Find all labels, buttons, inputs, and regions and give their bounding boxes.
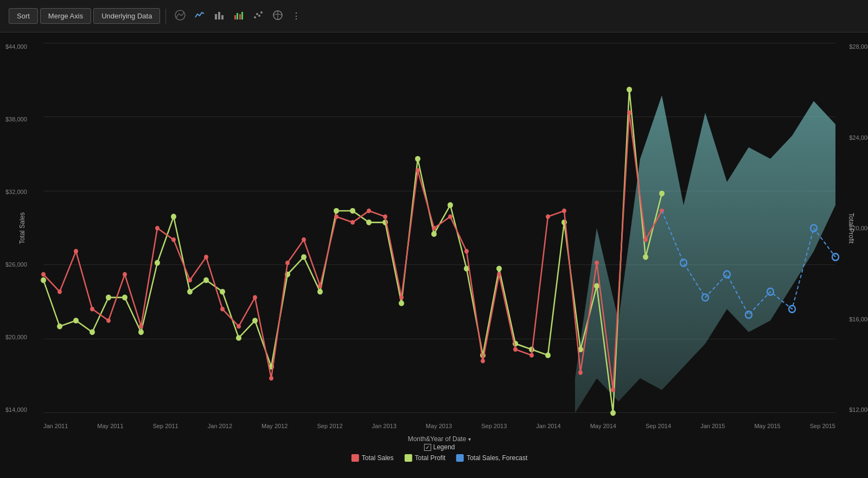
sales-dot — [237, 324, 241, 329]
sales-dot — [595, 261, 599, 266]
sales-dot — [350, 220, 355, 225]
chart-type-line-icon[interactable] — [191, 8, 208, 25]
svg-rect-5 — [237, 13, 238, 20]
profit-dot — [659, 191, 665, 197]
legend-item-profit: Total Profit — [404, 454, 445, 462]
profit-dot — [122, 295, 127, 301]
svg-rect-6 — [239, 14, 241, 20]
y-left-tick-5: $44,000 — [5, 43, 27, 50]
profit-dot — [73, 318, 79, 324]
profit-line — [43, 89, 662, 413]
sales-dot — [432, 226, 436, 231]
profit-dot — [334, 208, 339, 214]
svg-rect-4 — [234, 15, 236, 20]
profit-dot — [41, 277, 46, 283]
chart-container: Total Sales Total Profit $14,000 $20,000… — [0, 33, 868, 478]
y-axis-left: $14,000 $20,000 $26,000 $32,000 $38,000 … — [5, 43, 27, 413]
x-axis: Jan 2011 May 2011 Sep 2011 Jan 2012 May … — [43, 423, 835, 429]
x-tick-may2011: May 2011 — [97, 423, 123, 429]
y-left-tick-3: $32,000 — [5, 189, 27, 195]
sales-dot — [123, 272, 127, 277]
sales-dot — [106, 318, 111, 323]
sales-dot — [611, 387, 615, 392]
x-tick-sep2011: Sep 2011 — [153, 423, 178, 429]
x-tick-jan2013: Jan 2013 — [372, 423, 397, 429]
profit-dot — [203, 277, 209, 283]
svg-point-10 — [258, 15, 260, 17]
profit-dot — [415, 156, 420, 162]
legend-swatch-profit — [404, 454, 412, 462]
more-options-icon[interactable]: ⋮ — [289, 9, 304, 23]
sales-dot — [269, 376, 273, 381]
y-right-tick-3: $24,000 — [849, 134, 868, 141]
legend-swatch-sales — [352, 454, 359, 462]
x-tick-jan2014: Jan 2014 — [536, 423, 560, 429]
profit-dot — [594, 283, 599, 289]
svg-rect-3 — [221, 15, 224, 20]
svg-point-11 — [260, 11, 263, 14]
svg-rect-1 — [215, 14, 217, 20]
x-tick-may2013: May 2013 — [426, 423, 452, 429]
sales-dot — [285, 261, 290, 266]
sales-dot — [529, 353, 534, 358]
legend-title: ✓ Legend — [424, 443, 455, 451]
sales-dot — [546, 214, 550, 219]
legend-items: Total Sales Total Profit Total Sales, Fo… — [352, 454, 527, 462]
x-tick-sep2014: Sep 2014 — [646, 423, 671, 429]
profit-dot — [399, 300, 404, 306]
sales-dot — [367, 209, 371, 214]
sales-dot — [58, 289, 62, 294]
sales-dot — [578, 370, 583, 375]
profit-dot — [155, 260, 160, 266]
sales-dot — [220, 307, 225, 312]
sales-dot — [481, 359, 485, 364]
sales-dot — [204, 255, 208, 260]
sales-dot — [464, 249, 469, 254]
chart-area: Total Sales Total Profit $14,000 $20,000… — [43, 43, 835, 413]
profit-dot — [643, 254, 648, 260]
sales-dot — [562, 209, 566, 214]
x-tick-sep2012: Sep 2012 — [317, 423, 342, 429]
sales-dot — [513, 347, 518, 352]
profit-dot — [366, 219, 372, 225]
chart-type-scatter-icon[interactable] — [250, 8, 267, 25]
y-right-tick-2: $20,000 — [849, 225, 868, 231]
x-tick-jan2011: Jan 2011 — [43, 423, 68, 429]
sales-dot — [302, 237, 306, 242]
profit-dot — [350, 208, 355, 214]
profit-dot — [138, 329, 144, 335]
chart-type-grouped-bar-icon[interactable] — [230, 8, 247, 25]
sales-dot — [448, 214, 452, 219]
x-tick-jan2012: Jan 2012 — [208, 423, 232, 429]
underlying-data-button[interactable]: Underlying Data — [93, 8, 160, 24]
sales-line — [43, 113, 662, 390]
profit-dot — [610, 410, 616, 416]
y-right-tick-0: $12,000 — [849, 406, 868, 413]
profit-dot — [545, 352, 551, 358]
sales-dot — [253, 295, 257, 300]
sort-button[interactable]: Sort — [9, 8, 38, 24]
chart-type-area-icon[interactable] — [171, 8, 189, 25]
sales-dot — [334, 214, 339, 219]
x-tick-may2015: May 2015 — [754, 423, 780, 429]
sales-dot — [155, 226, 159, 231]
y-right-tick-4: $28,000 — [849, 43, 868, 50]
profit-dot — [252, 318, 258, 324]
svg-rect-7 — [241, 12, 243, 20]
x-tick-jan2015: Jan 2015 — [700, 423, 725, 429]
chart-type-bar-icon[interactable] — [210, 8, 228, 25]
y-left-tick-4: $38,000 — [5, 116, 27, 122]
x-axis-label[interactable]: Month&Year of Date ▾ — [408, 435, 471, 443]
sales-dot — [416, 168, 420, 173]
legend-label-profit: Total Profit — [414, 454, 445, 462]
merge-axis-button[interactable]: Merge Axis — [40, 8, 91, 24]
divider — [165, 9, 166, 24]
sales-dot — [399, 295, 404, 300]
sales-dot — [90, 307, 94, 312]
profit-dot — [57, 324, 62, 330]
chart-type-map-icon[interactable] — [269, 8, 286, 25]
profit-dot — [496, 266, 502, 272]
profit-dot — [627, 87, 632, 93]
legend-swatch-forecast — [456, 454, 464, 462]
x-tick-may2014: May 2014 — [590, 423, 616, 429]
